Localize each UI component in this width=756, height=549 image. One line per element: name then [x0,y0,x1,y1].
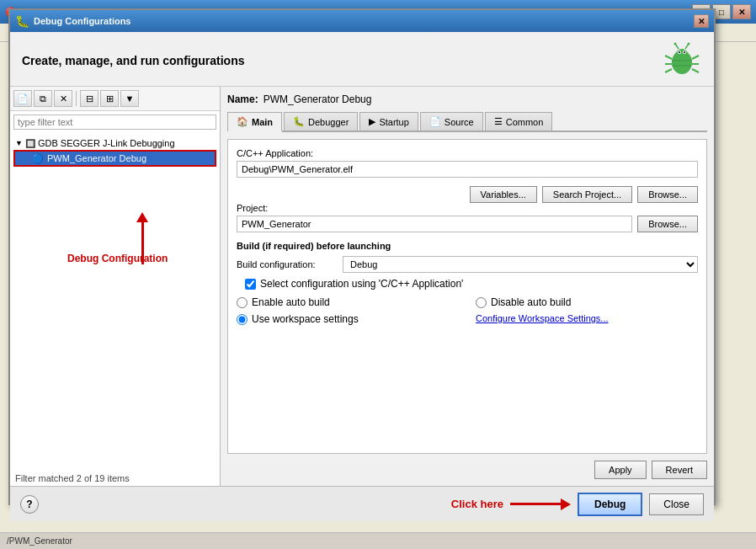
build-config-select[interactable]: Debug [343,256,698,273]
tab-debugger[interactable]: 🐛 Debugger [284,112,358,131]
radio-disable-auto[interactable] [476,297,487,308]
annotation-text: Debug Configuration [67,253,168,264]
apply-button[interactable]: Apply [594,461,647,479]
svg-point-4 [679,51,680,53]
tab-source-label: Source [445,117,474,127]
configure-workspace-row: Configure Workspace Settings... [476,313,698,323]
browse-button-1[interactable]: Browse... [637,186,698,203]
apply-revert-row: Apply Revert [227,454,707,479]
config-tree: ▼ 🔲 GDB SEGGER J-Link Debugging 🔵 PWM_Ge… [10,133,220,471]
select-config-checkbox[interactable] [245,279,256,290]
tree-group-name: GDB SEGGER J-Link Debugging [38,138,175,148]
tab-startup-icon: ▶ [369,116,375,127]
build-config-label: Build configuration: [237,259,338,269]
tree-group-label[interactable]: ▼ 🔲 GDB SEGGER J-Link Debugging [13,136,216,150]
debug-button[interactable]: Debug [578,493,642,516]
dialog-title-bar: 🐛 Debug Configurations ✕ [10,10,714,32]
help-button[interactable]: ? [20,495,39,514]
search-project-button[interactable]: Search Project... [542,186,632,203]
arrow-line-horizontal [510,503,561,505]
svg-line-6 [665,56,672,59]
dialog-body: 📄 ⧉ ✕ ⊟ ⊞ ▼ ▼ 🔲 GDB SEGG [10,87,714,486]
collapse-button[interactable]: ⊟ [80,90,98,107]
tab-common[interactable]: ☰ Common [485,112,553,131]
group-icon: 🔲 [25,139,35,148]
svg-line-8 [665,69,672,72]
radio-use-workspace-label: Use workspace settings [252,313,359,325]
tab-main-icon: 🏠 [237,116,248,127]
cpp-app-buttons: Variables... Search Project... Browse... [237,186,698,203]
delete-config-button[interactable]: ✕ [54,90,72,107]
status-path: /PWM_Generator [7,536,72,546]
dropdown-button[interactable]: ▼ [120,90,139,107]
debug-config-annotation: Debug Configuration [67,253,168,264]
cpp-app-input[interactable] [237,161,698,178]
tree-item-pwm-debug[interactable]: 🔵 PWM_Generator Debug [13,150,216,167]
radio-section: Enable auto build Use workspace settings [237,296,698,330]
project-label: Project: [237,203,698,213]
svg-point-15 [688,43,690,45]
tab-common-icon: ☰ [494,116,503,127]
click-here-label: Click here [451,498,503,510]
dialog-bottom-bar: ? Click here Debug Close [10,486,714,521]
tab-debugger-label: Debugger [308,117,349,127]
name-value: PWM_Generator Debug [264,93,372,105]
dialog-title-text: Debug Configurations [34,16,694,26]
config-toolbar: 📄 ⧉ ✕ ⊟ ⊞ ▼ [10,87,220,111]
browse-button-2[interactable]: Browse... [637,216,698,232]
arrow-head-right [561,498,571,510]
tab-source[interactable]: 📄 Source [420,112,483,131]
radio-enable-auto-row: Enable auto build [237,296,459,308]
arrow-line [141,222,144,264]
variables-button[interactable]: Variables... [470,186,537,203]
dialog-bug-icon: 🐛 [15,14,29,28]
svg-line-9 [692,56,699,59]
project-input[interactable] [237,216,632,232]
close-dialog-button[interactable]: Close [649,493,704,515]
radio-disable-auto-row: Disable auto build [476,296,698,308]
radio-use-workspace[interactable] [237,314,248,325]
tabs-bar: 🏠 Main 🐛 Debugger ▶ Startup 📄 Source [227,112,707,132]
tab-startup[interactable]: ▶ Startup [359,112,418,131]
click-here-arrow [510,498,571,510]
tree-item-label: PWM_Generator Debug [47,153,146,163]
select-config-label: Select configuration using 'C/C++ Applic… [260,278,463,290]
dialog-header-text: Create, manage, and run configurations [22,54,245,67]
tree-collapse-arrow: ▼ [15,139,23,147]
build-section: Build (if required) before launching Bui… [237,241,698,330]
expand-button[interactable]: ⊞ [100,90,119,107]
new-config-button[interactable]: 📄 [13,90,32,107]
cpp-app-label: C/C++ Application: [237,148,698,158]
radio-enable-auto[interactable] [237,297,248,308]
duplicate-config-button[interactable]: ⧉ [34,90,52,107]
bottom-actions: Click here Debug Close [451,493,704,516]
form-area: C/C++ Application: Variables... Search P… [227,139,707,454]
svg-line-11 [692,69,699,72]
outer-window: 🔴 DAVE CE - PWM_Generator/main.c - DAVE™… [0,0,756,549]
filter-status: Filter matched 2 of 19 items [10,471,220,486]
dialog-header: Create, manage, and run configurations [10,32,714,87]
select-config-row: Select configuration using 'C/C++ Applic… [245,278,698,290]
right-panel: Name: PWM_Generator Debug 🏠 Main 🐛 Debug… [221,87,714,486]
debug-configurations-dialog: 🐛 Debug Configurations ✕ Create, manage,… [8,8,716,505]
tab-debugger-icon: 🐛 [293,116,305,127]
revert-button[interactable]: Revert [652,461,707,479]
filter-input[interactable] [13,115,216,130]
tab-source-icon: 📄 [429,116,441,127]
config-panel: 📄 ⧉ ✕ ⊟ ⊞ ▼ ▼ 🔲 GDB SEGG [10,87,221,486]
tree-group-gdb: ▼ 🔲 GDB SEGGER J-Link Debugging 🔵 PWM_Ge… [13,136,216,167]
name-label: Name: [227,93,258,105]
build-section-label: Build (if required) before launching [237,241,698,251]
project-group: Project: Browse... [237,203,698,232]
tab-main[interactable]: 🏠 Main [227,112,282,132]
filter-status-text: Filter matched 2 of 19 items [15,473,130,483]
radio-disable-auto-label: Disable auto build [491,296,571,308]
status-bar: /PWM_Generator [0,532,756,549]
close-window-button[interactable]: ✕ [732,4,751,19]
toolbar-separator [76,91,77,106]
svg-point-1 [676,49,688,59]
configure-workspace-link[interactable]: Configure Workspace Settings... [476,313,609,323]
svg-point-5 [684,51,685,53]
dialog-close-button[interactable]: ✕ [694,14,709,28]
name-row: Name: PWM_Generator Debug [227,93,707,105]
